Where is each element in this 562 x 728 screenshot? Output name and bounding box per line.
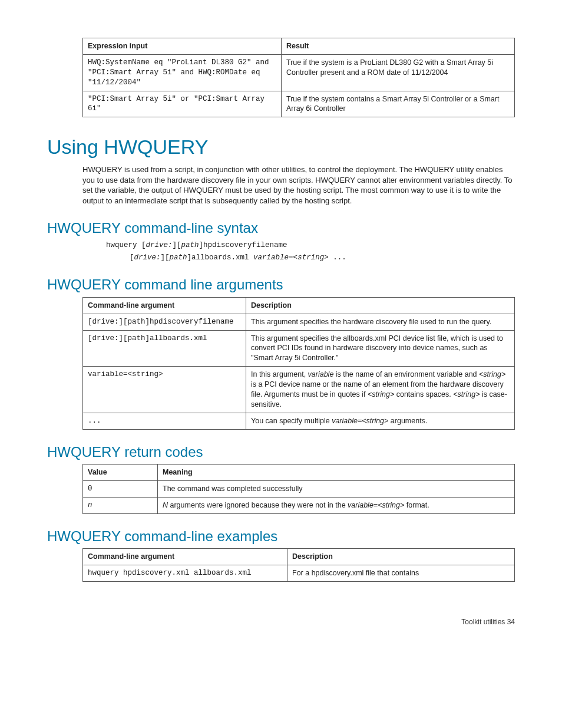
table-row: n N arguments were ignored because they … (83, 497, 515, 513)
page-footer: Toolkit utilities 34 (47, 617, 515, 627)
table-row: HWQ:SystemName eq "ProLiant DL380 G2" an… (83, 54, 515, 91)
heading-syntax: HWQUERY command-line syntax (47, 219, 515, 238)
table-row: [drive:][path]hpdiscoveryfilename This a… (83, 314, 515, 330)
return-codes-table: Value Meaning 0 The command was complete… (82, 464, 515, 514)
examples-table: Command-line argument Description hwquer… (82, 548, 515, 582)
th-ex-desc: Description (287, 549, 515, 565)
heading-return-codes: HWQUERY return codes (47, 443, 515, 462)
th-desc: Description (246, 297, 515, 314)
table-row: ... You can specify multiple variable=<s… (83, 413, 515, 429)
arg-desc: You can specify multiple variable=<strin… (246, 413, 515, 429)
return-value: 0 (83, 480, 158, 497)
return-meaning: The command was completed successfully (158, 480, 515, 497)
intro-paragraph: HWQUERY is used from a script, in conjun… (82, 164, 515, 206)
arg-desc: This argument specifies the allboards.xm… (246, 330, 515, 367)
table-row: hwquery hpdiscovery.xml allboards.xml Fo… (83, 565, 515, 581)
arg-name: [drive:][path]allboards.xml (83, 330, 246, 367)
heading-examples: HWQUERY command-line examples (47, 527, 515, 546)
th-ex-arg: Command-line argument (83, 549, 287, 565)
arg-name: ... (83, 413, 246, 429)
arg-name: variable=<string> (83, 367, 246, 413)
th-value: Value (83, 465, 158, 481)
ex-arg: hwquery hpdiscovery.xml allboards.xml (83, 565, 287, 581)
heading-using-hwquery: Using HWQUERY (47, 134, 515, 161)
expr-result: True if the system contains a Smart Arra… (282, 91, 515, 117)
syntax-line-2: [drive:][path]allboards.xml variable=<st… (130, 253, 515, 263)
expr-input: HWQ:SystemName eq "ProLiant DL380 G2" an… (83, 54, 282, 91)
expr-input: "PCI:Smart Array 5i" or "PCI:Smart Array… (83, 91, 282, 117)
heading-args: HWQUERY command line arguments (47, 275, 515, 294)
return-value: n (83, 497, 158, 513)
th-arg: Command-line argument (83, 297, 246, 314)
arguments-table: Command-line argument Description [drive… (82, 297, 515, 430)
arg-desc: This argument specifies the hardware dis… (246, 314, 515, 330)
arg-name: [drive:][path]hpdiscoveryfilename (83, 314, 246, 330)
table-row: 0 The command was completed successfully (83, 480, 515, 497)
syntax-line-1: hwquery [drive:][path]hpdiscoveryfilenam… (106, 241, 515, 251)
expr-result: True if the system is a ProLiant DL380 G… (282, 54, 515, 91)
expressions-table: Expression input Result HWQ:SystemName e… (82, 38, 515, 117)
arg-desc: In this argument, variable is the name o… (246, 367, 515, 413)
th-expr-input: Expression input (83, 38, 282, 55)
ex-desc: For a hpdiscovery.xml file that contains (287, 565, 515, 581)
table-row: variable=<string> In this argument, vari… (83, 367, 515, 413)
th-meaning: Meaning (158, 465, 515, 481)
th-expr-result: Result (282, 38, 515, 55)
return-meaning: N arguments were ignored because they we… (158, 497, 515, 513)
table-row: "PCI:Smart Array 5i" or "PCI:Smart Array… (83, 91, 515, 117)
table-row: [drive:][path]allboards.xml This argumen… (83, 330, 515, 367)
